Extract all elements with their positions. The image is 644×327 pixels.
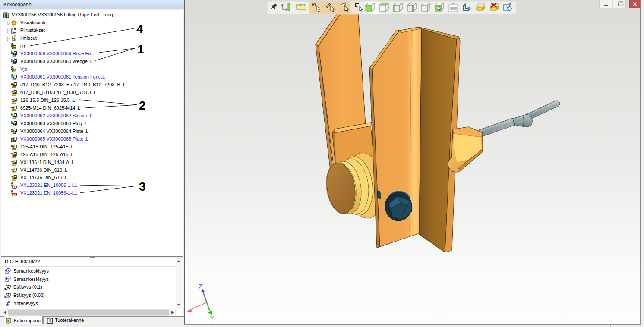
svg-text:Y: Y [210,315,215,322]
svg-text:Z: Z [198,283,202,291]
